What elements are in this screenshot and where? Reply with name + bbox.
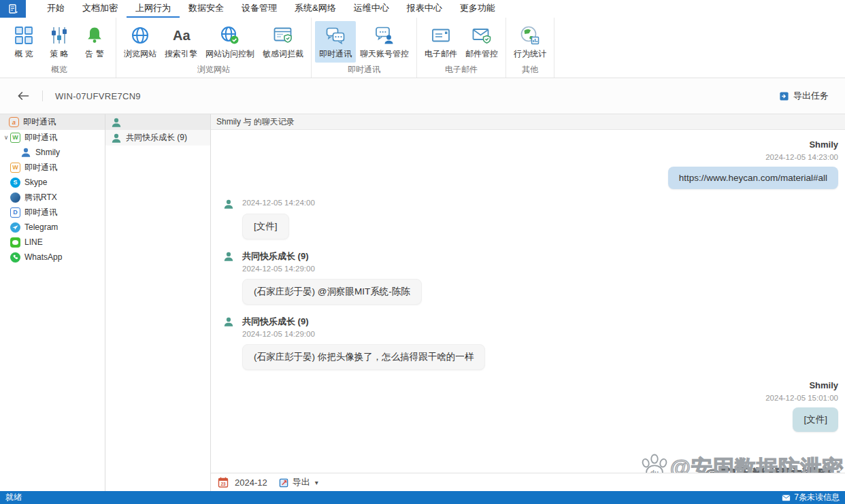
unread-messages[interactable]: 7条未读信息 [782,492,840,503]
browse-website-button[interactable]: 浏览网站 [120,21,161,63]
envelope-icon [782,494,791,501]
email-button[interactable]: 电子邮件 [420,21,461,63]
bell-icon [84,24,105,46]
export-button[interactable]: 导出 [279,476,318,488]
person-icon [111,133,122,144]
person-icon [111,117,122,128]
menu-item-data-security[interactable]: 数据安全 [180,0,233,18]
subheader: WIN-07UFVRE7CN9 导出任务 [0,78,845,114]
tree-item-whatsapp[interactable]: WhatsApp [0,250,105,265]
message-time: 2024-12-05 15:01:00 [765,394,838,402]
group-label-im: 即时通讯 [315,63,413,80]
mail-control-button[interactable]: 邮件管控 [461,21,502,63]
tree-item-telegram[interactable]: Telegram [0,220,105,235]
im-button[interactable]: 即时通讯 [315,21,356,63]
message-bubble[interactable]: [文件] [242,214,289,239]
chat-title: Shmily 与 的聊天记录 [216,116,295,128]
chat-panel: Shmily 与 的聊天记录 Shmily 2024-12-05 14:23:0… [211,114,845,491]
message-sender: 共同快乐成长 (9) [242,250,422,263]
tree-item-wechat[interactable]: W 即时通讯 [0,130,105,145]
browser-shield-icon [272,24,294,46]
envelope-shield-icon [471,24,493,46]
menubar: 开始 文档加密 上网行为 数据安全 设备管理 系统&网络 运维中心 报表中心 更… [0,0,845,18]
message-bubble[interactable]: https://www.heycan.com/material#all [668,167,838,189]
alert-button[interactable]: 告 警 [77,21,112,63]
ribbon-group-im: 即时通讯 聊天账号管控 [312,18,417,78]
statusbar: 就绪 7条未读信息 [0,491,845,504]
message-outgoing: Shmily 2024-12-05 14:23:00 https://www.h… [223,139,838,189]
menu-item-device-mgmt[interactable]: 设备管理 [233,0,286,18]
export-icon [279,477,289,488]
contact-item-group[interactable]: 共同快乐成长 (9) [105,130,210,146]
tree-item-line[interactable]: LINE [0,235,105,250]
grid-icon [13,24,35,46]
person-icon [20,147,31,158]
behavior-stats-button[interactable]: 行为统计 [510,21,550,63]
tree-item-shmily[interactable]: Shmily [0,145,105,160]
svg-text:Aa: Aa [173,28,190,43]
tree-item-rtx[interactable]: 腾讯RTX [0,190,105,205]
chevron-down-icon[interactable] [2,134,10,141]
message-incoming: 共同快乐成长 (9) 2024-12-05 14:29:00 (石家庄彭于晏) … [223,250,838,305]
message-time: 2024-12-05 14:29:00 [242,330,485,338]
message-bubble[interactable]: [文件] [793,407,838,432]
tree-item-skype[interactable]: S Skype [0,175,105,190]
ribbon-group-other: 行为统计 其他 [506,18,554,78]
device-name: WIN-07UFVRE7CN9 [55,91,141,101]
calendar-icon[interactable]: 23 [218,477,229,488]
ribbon: 概 览 策 略 [0,18,845,78]
sensitive-word-block-button[interactable]: 敏感词拦截 [259,21,308,63]
app-menu-button[interactable] [0,0,26,18]
menu-item-report-center[interactable]: 报表中心 [398,0,451,18]
export-tasks-icon [779,91,789,101]
scroll-right-arrow[interactable] [840,462,843,473]
ribbon-group-browse: 浏览网站 Aa 搜索引擎 [116,18,312,78]
message-time: 2024-12-05 14:24:00 [242,199,315,207]
menu-item-system-network[interactable]: 系统&网络 [286,0,345,18]
chat-account-control-button[interactable]: 聊天账号管控 [356,21,413,63]
menu-item-doc-encrypt[interactable]: 文档加密 [73,0,127,18]
person-icon [223,251,234,262]
chat-messages: Shmily 2024-12-05 14:23:00 https://www.h… [211,130,845,473]
globe-check-icon [219,24,241,46]
menu-item-ops-center[interactable]: 运维中心 [345,0,398,18]
chat-header: Shmily 与 的聊天记录 [211,114,845,130]
main-content: a 即时通讯 W 即时通讯 Shmily W 即时通讯 S S [0,114,845,491]
sliders-icon [48,24,70,46]
menu-item-web-behavior[interactable]: 上网行为 [127,0,180,18]
app-window: 开始 文档加密 上网行为 数据安全 设备管理 系统&网络 运维中心 报表中心 更… [0,0,845,504]
rtx-icon [10,192,20,203]
site-access-control-button[interactable]: 网站访问控制 [201,21,259,63]
tree-item-dingtalk[interactable]: D 即时通讯 [0,205,105,220]
wechat-work-icon: W [10,163,20,173]
tree-item-im-root[interactable]: a 即时通讯 [0,114,105,130]
message-bubble[interactable]: (石家庄彭于晏) @洞察眼MIT系统-陈陈 [242,279,422,305]
search-engine-button[interactable]: Aa 搜索引擎 [161,21,201,63]
overview-button[interactable]: 概 览 [6,21,42,63]
menu-item-start[interactable]: 开始 [38,0,73,18]
wechat-icon: W [10,133,20,143]
policy-button[interactable]: 策 略 [42,21,77,63]
line-icon [10,237,20,248]
group-label-overview: 概览 [6,63,112,80]
search-aa-icon: Aa [170,24,192,46]
message-bubble[interactable]: (石家庄彭于晏) 你把头像换了，怎么搞得跟干啥的一样 [242,344,485,370]
im-app-tree: a 即时通讯 W 即时通讯 Shmily W 即时通讯 S S [0,114,105,491]
divider [42,90,43,101]
date-filter[interactable]: 2024-12 [235,477,267,488]
message-sender: Shmily [809,139,838,150]
globe-stats-icon [519,24,541,46]
skype-icon: S [10,178,20,188]
group-label-browse: 浏览网站 [120,63,308,80]
tree-item-wechat-work[interactable]: W 即时通讯 [0,160,105,175]
app-menu-icon [7,3,19,15]
menu-items: 开始 文档加密 上网行为 数据安全 设备管理 系统&网络 运维中心 报表中心 更… [38,0,504,18]
im-a-icon: a [9,117,19,127]
menu-item-more[interactable]: 更多功能 [451,0,504,18]
status-ready: 就绪 [5,492,22,503]
export-tasks-button[interactable]: 导出任务 [779,90,829,102]
dingtalk-icon: D [10,207,20,218]
back-button[interactable] [16,90,30,102]
ribbon-group-email: 电子邮件 邮件管控 电子邮件 [417,18,506,78]
contact-list-header[interactable] [105,114,210,130]
